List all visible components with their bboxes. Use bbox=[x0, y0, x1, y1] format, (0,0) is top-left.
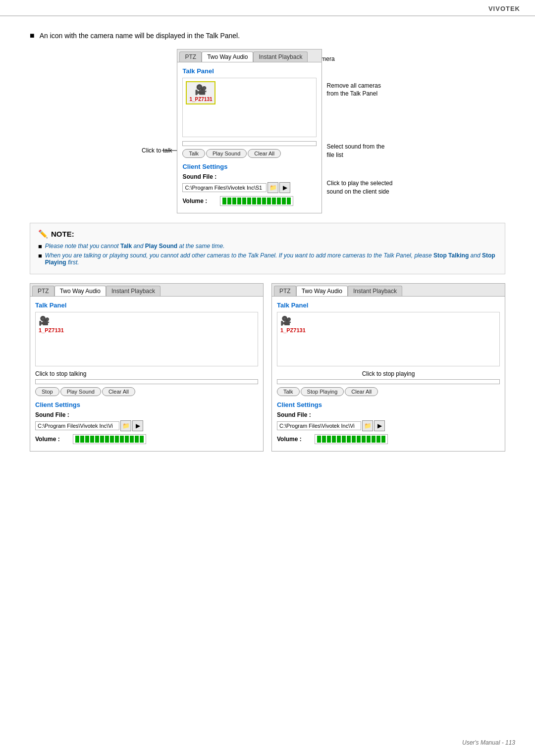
camera-item-main[interactable]: 🎥 1_PZ7131 bbox=[186, 81, 215, 104]
note-text-1: Please note that you cannot Talk and Pla… bbox=[45, 243, 225, 250]
vol-seg-4 bbox=[237, 198, 241, 204]
volume-label-main: Volume : bbox=[182, 198, 217, 204]
dialog-panel-right: PTZ Two Way Audio Instant Playback Talk … bbox=[271, 283, 505, 452]
tab-twoway-main[interactable]: Two Way Audio bbox=[202, 51, 253, 62]
tab-instant-main[interactable]: Instant Playback bbox=[253, 51, 308, 62]
browse-button-right[interactable]: 📁 bbox=[362, 420, 373, 431]
volume-bar-right[interactable] bbox=[315, 434, 388, 444]
vol-seg-8 bbox=[257, 198, 261, 204]
client-settings-title-left: Client Settings bbox=[35, 401, 258, 408]
note-title-text: NOTE: bbox=[51, 230, 74, 238]
vol-seg-12 bbox=[277, 198, 281, 204]
talk-button-right[interactable]: Talk bbox=[277, 387, 300, 396]
client-settings-right: Client Settings Sound File : C:\Program … bbox=[277, 401, 500, 444]
main-panel: PTZ Two Way Audio Instant Playback Talk … bbox=[177, 49, 321, 213]
bullet-icon: ■ bbox=[30, 31, 35, 40]
btn-row-main: Talk Play Sound Clear All bbox=[182, 149, 316, 158]
talk-panel-area-left: 🎥 1_PZ7131 bbox=[35, 312, 258, 366]
vol-seg-13 bbox=[282, 198, 286, 204]
play-file-button-left[interactable]: ▶ bbox=[132, 420, 143, 431]
vol-seg-3 bbox=[232, 198, 236, 204]
footer-text: User's Manual - 113 bbox=[462, 739, 515, 746]
play-sound-button-left[interactable]: Play Sound bbox=[60, 387, 101, 396]
brand-name: VIVOTEK bbox=[488, 5, 520, 12]
click-to-talk-label: Click to talk bbox=[142, 147, 172, 154]
note-bullet-2: ■ When you are talking or playing sound,… bbox=[38, 252, 497, 266]
browse-button-main[interactable]: 📁 bbox=[268, 182, 278, 193]
tab-ptz-right[interactable]: PTZ bbox=[274, 286, 296, 296]
select-sound-ann: Select sound from the file list bbox=[327, 143, 416, 159]
vol-seg-2 bbox=[227, 198, 231, 204]
client-settings-left: Client Settings Sound File : C:\Program … bbox=[35, 401, 258, 444]
page-footer: User's Manual - 113 bbox=[462, 739, 515, 746]
sound-file-label-main: Sound File : bbox=[182, 173, 217, 180]
volume-bar-left[interactable] bbox=[73, 434, 146, 444]
note-title: ✏️ NOTE: bbox=[38, 229, 497, 239]
client-settings-title-right: Client Settings bbox=[277, 401, 500, 408]
play-file-button-main[interactable]: ▶ bbox=[279, 182, 290, 193]
camera-icon-main: 🎥 bbox=[195, 84, 207, 96]
talk-panel-title-left: Talk Panel bbox=[35, 302, 258, 309]
tab-strip-main: PTZ Two Way Audio Instant Playback bbox=[177, 50, 321, 62]
vol-seg-14 bbox=[287, 198, 291, 204]
tab-ptz-left[interactable]: PTZ bbox=[32, 286, 54, 296]
volume-label-right: Volume : bbox=[277, 436, 312, 443]
vol-seg-9 bbox=[262, 198, 266, 204]
note-pencil-icon: ✏️ bbox=[38, 229, 48, 239]
browse-button-left[interactable]: 📁 bbox=[120, 420, 131, 431]
camera-icon-right: 🎥 bbox=[280, 315, 291, 326]
vol-seg-7 bbox=[252, 198, 256, 204]
click-stop-talking-ann: Click to stop talking bbox=[35, 370, 258, 377]
clear-all-button-left[interactable]: Clear All bbox=[102, 387, 135, 396]
client-settings-main: Client Settings Sound File : C:\Program … bbox=[182, 163, 316, 206]
note-box: ✏️ NOTE: ■ Please note that you cannot T… bbox=[30, 223, 505, 274]
click-play-selected-ann: Click to play the selected sound on the … bbox=[327, 179, 416, 196]
sound-file-row-main: Sound File : bbox=[182, 173, 316, 180]
camera-label-main: 1_PZ7131 bbox=[189, 97, 212, 102]
tab-instant-right[interactable]: Instant Playback bbox=[348, 286, 402, 296]
btn-row-left: Stop Play Sound Clear All bbox=[35, 387, 258, 396]
click-stop-playing-label: Click to stop playing bbox=[362, 370, 415, 377]
camera-icon-left: 🎥 bbox=[39, 315, 50, 326]
volume-row-left: Volume : bbox=[35, 434, 258, 444]
click-stop-playing-ann: Click to stop playing bbox=[277, 370, 500, 377]
tab-ptz-main[interactable]: PTZ bbox=[179, 51, 202, 62]
play-file-button-right[interactable]: ▶ bbox=[374, 420, 385, 431]
tab-instant-left[interactable]: Instant Playback bbox=[106, 286, 160, 296]
left-panel-section: PTZ Two Way Audio Instant Playback Talk … bbox=[30, 283, 264, 452]
main-diagram-section: Click to talk PTZ Two Way Audio Instant … bbox=[30, 49, 505, 213]
talk-panel-title-main: Talk Panel bbox=[182, 67, 316, 75]
dialog-panel-left: PTZ Two Way Audio Instant Playback Talk … bbox=[30, 283, 264, 452]
two-panel-row: PTZ Two Way Audio Instant Playback Talk … bbox=[30, 283, 505, 452]
stop-playing-button[interactable]: Stop Playing bbox=[301, 387, 344, 396]
vol-seg-1 bbox=[222, 198, 226, 204]
note-bullet-1: ■ Please note that you cannot Talk and P… bbox=[38, 243, 497, 250]
camera-label-right: 1_PZ7131 bbox=[280, 327, 496, 333]
sound-file-label-right: Sound File : bbox=[277, 411, 312, 418]
vol-seg-5 bbox=[242, 198, 246, 204]
sound-file-row-right: Sound File : bbox=[277, 411, 500, 418]
select-sound-label: Select sound from the file list bbox=[327, 143, 385, 158]
panel-body-left: Talk Panel 🎥 1_PZ7131 Click to stop talk… bbox=[30, 297, 263, 451]
dialog-panel-main: PTZ Two Way Audio Instant Playback Talk … bbox=[177, 49, 321, 213]
talk-panel-area-right: 🎥 1_PZ7131 bbox=[277, 312, 500, 366]
tab-twoway-right[interactable]: Two Way Audio bbox=[296, 286, 348, 296]
play-sound-button[interactable]: Play Sound bbox=[206, 149, 247, 158]
tab-strip-left: PTZ Two Way Audio Instant Playback bbox=[30, 284, 263, 297]
header: VIVOTEK bbox=[0, 0, 535, 16]
stop-button[interactable]: Stop bbox=[35, 387, 59, 396]
talk-button[interactable]: Talk bbox=[182, 149, 205, 158]
clear-all-button[interactable]: Clear All bbox=[248, 149, 281, 158]
clear-all-button-right[interactable]: Clear All bbox=[345, 387, 378, 396]
click-play-selected-label: Click to play the selected sound on the … bbox=[327, 180, 393, 195]
volume-bar-main[interactable] bbox=[220, 196, 293, 206]
vol-seg-10 bbox=[267, 198, 271, 204]
sound-file-row-left: Sound File : bbox=[35, 411, 258, 418]
volume-label-left: Volume : bbox=[35, 436, 70, 443]
tab-strip-right: PTZ Two Way Audio Instant Playback bbox=[272, 284, 505, 297]
tab-twoway-left[interactable]: Two Way Audio bbox=[54, 286, 106, 296]
sound-file-label-left: Sound File : bbox=[35, 411, 70, 418]
camera-label-left: 1_PZ7131 bbox=[39, 327, 255, 333]
click-stop-talking-label: Click to stop talking bbox=[35, 370, 86, 377]
panel-body-main: Talk Panel 🎥 1_PZ7131 bbox=[177, 62, 321, 213]
